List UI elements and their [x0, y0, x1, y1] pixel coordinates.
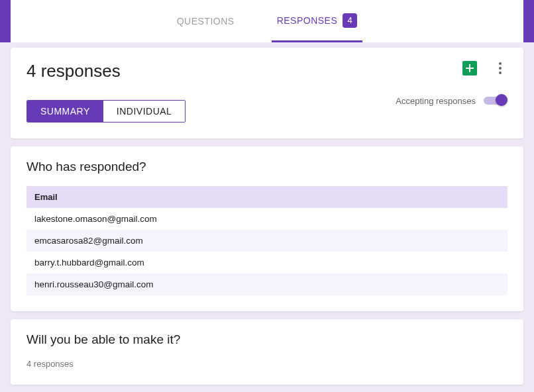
- svg-rect-1: [466, 68, 474, 69]
- table-row: barry.t.hubbard@gmail.com: [27, 252, 507, 273]
- table-row: lakestone.omason@gmail.com: [27, 208, 507, 230]
- table-row: henri.rousseau30@gmail.com: [27, 273, 507, 295]
- accepting-responses-toggle[interactable]: [484, 94, 507, 107]
- question-title: Will you be able to make it?: [27, 332, 507, 347]
- svg-point-4: [499, 72, 502, 74]
- header-bar: Questions Responses 4: [11, 0, 523, 42]
- question-card: Will you be able to make it? 4 responses: [11, 319, 523, 385]
- who-responded-card: Who has responded? Email lakestone.omaso…: [11, 146, 523, 311]
- page-title: 4 responses: [27, 61, 186, 81]
- svg-point-2: [499, 62, 502, 65]
- tab-responses[interactable]: Responses 4: [272, 0, 363, 42]
- create-spreadsheet-icon[interactable]: [462, 61, 477, 75]
- who-responded-title: Who has responded?: [27, 160, 507, 174]
- svg-point-3: [499, 67, 502, 70]
- view-summary-button[interactable]: Summary: [27, 101, 103, 122]
- email-table: Email lakestone.omason@gmail.com emcasar…: [27, 186, 507, 295]
- more-options-icon[interactable]: [493, 61, 507, 75]
- responses-header-card: 4 responses Summary Individual: [11, 48, 523, 138]
- accepting-responses-label: Accepting responses: [396, 96, 476, 106]
- page-body: 4 responses Summary Individual: [0, 42, 534, 392]
- tab-questions[interactable]: Questions: [172, 0, 240, 42]
- view-individual-button[interactable]: Individual: [103, 101, 186, 122]
- view-toggle: Summary Individual: [27, 100, 186, 122]
- table-row: emcasarosa82@gmail.com: [27, 230, 507, 252]
- question-response-count: 4 responses: [27, 359, 507, 369]
- email-column-header: Email: [27, 186, 507, 208]
- responses-count-badge: 4: [343, 13, 357, 28]
- top-tabs: Questions Responses 4: [172, 0, 363, 42]
- tab-responses-label: Responses: [277, 15, 338, 26]
